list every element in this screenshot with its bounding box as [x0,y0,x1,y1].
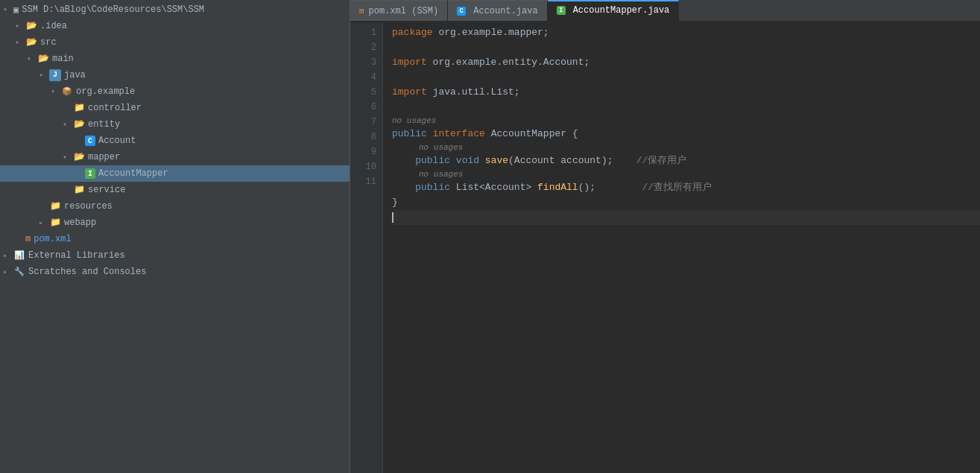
arrow-main [27,54,37,63]
lib-icon-extlibs [13,250,25,261]
folder-icon-entity [73,118,85,130]
tree-label-src: src [40,37,57,48]
code-line-4 [392,70,980,85]
tree-label-service: service [88,185,125,195]
folder-icon-service [73,184,85,196]
tab-pom-icon: m [359,7,364,16]
tree-item-java[interactable]: J java [0,67,350,83]
tree-item-accountmapper[interactable]: I AccountMapper [0,165,350,182]
tree-label-java: java [64,70,86,80]
arrow-scratches [3,267,13,276]
tree-label-entity: entity [88,119,120,130]
arrow-extlibs [3,251,13,260]
code-line-9: public List<Account> findAll(); //查找所有用户 [392,180,980,195]
folder-icon-resources [49,200,61,212]
tab-account-icon: C [457,7,466,16]
tab-bar: m pom.xml (SSM) C Account.java I Account… [350,0,980,22]
tree-item-resources[interactable]: resources [0,198,350,215]
arrow-entity [63,120,73,129]
tree-item-orgexample[interactable]: org.example [0,83,350,100]
interface-icon-accountmapper: I [85,168,95,179]
tree-item-extlibs[interactable]: External Libraries [0,247,350,264]
no-usages-hint-7: no usages [392,115,980,127]
tree-label-idea: .idea [40,21,67,31]
folder-icon-idea [25,20,37,32]
tree-item-controller[interactable]: controller [0,100,350,116]
tab-accountmapper[interactable]: I AccountMapper.java [548,0,680,21]
code-line-11 [392,210,980,225]
java-src-icon: J [49,69,61,81]
tree-item-scratches[interactable]: Scratches and Consoles [0,264,350,280]
tree-item-mapper[interactable]: mapper [0,149,350,165]
tree-label-main: main [52,54,74,64]
tree-item-webapp[interactable]: webapp [0,215,350,231]
code-line-5: import java.util.List; [392,85,980,100]
tree-item-service[interactable]: service [0,182,350,198]
no-usages-hint-findall: no usages [392,168,980,180]
project-icon: ▣ [13,4,19,16]
code-editor[interactable]: 1 2 3 4 5 6 7 8 9 10 11 package org.exam… [350,22,980,473]
code-line-1: package org.example.mapper; [392,25,980,40]
tree-item-ssm[interactable]: ▣ SSM D:\aBlog\CodeResources\SSM\SSM [0,1,350,18]
code-line-10: } [392,195,980,210]
project-tree[interactable]: ▣ SSM D:\aBlog\CodeResources\SSM\SSM .id… [0,0,350,473]
arrow-ssm [3,5,13,14]
tab-pom[interactable]: m pom.xml (SSM) [350,0,448,21]
folder-icon-mapper [73,151,85,163]
code-line-8: public void save(Account account); //保存用… [392,153,980,168]
tree-label-ssm: SSM D:\aBlog\CodeResources\SSM\SSM [22,4,204,15]
tree-label-pom: pom.xml [34,234,71,244]
package-icon-orgexample [61,86,73,98]
code-line-6 [392,100,980,115]
xml-icon-pom: m [25,234,31,244]
folder-icon-controller [73,102,85,114]
tree-item-idea[interactable]: .idea [0,18,350,34]
tree-label-webapp: webapp [64,218,96,228]
class-icon-account: C [85,136,95,146]
line-numbers: 1 2 3 4 5 6 7 8 9 10 11 [350,22,383,473]
code-line-3: import org.example.entity.Account; [392,55,980,70]
tree-item-entity[interactable]: entity [0,116,350,133]
scratch-icon [13,266,25,278]
tab-account-label: Account.java [473,6,537,16]
arrow-idea [15,22,25,31]
tree-label-accountmapper: AccountMapper [98,168,168,179]
editor-area: m pom.xml (SSM) C Account.java I Account… [350,0,980,473]
tab-accountmapper-label: AccountMapper.java [573,5,670,16]
folder-icon-main [37,53,49,65]
tab-pom-label: pom.xml (SSM) [369,6,439,16]
code-line-7: public interface AccountMapper { [392,127,980,142]
tree-item-src[interactable]: src [0,34,350,51]
text-cursor [392,212,393,223]
arrow-mapper [63,153,73,162]
folder-icon-src [25,36,37,48]
tree-label-controller: controller [88,103,142,113]
tree-label-extlibs: External Libraries [28,250,125,261]
tab-accountmapper-icon: I [557,6,566,15]
tree-label-mapper: mapper [88,152,120,162]
tree-item-main[interactable]: main [0,51,350,67]
tree-item-account[interactable]: C Account [0,133,350,149]
tree-label-account: Account [98,136,136,146]
tree-label-resources: resources [64,201,113,212]
no-usages-hint-save: no usages [392,142,980,153]
arrow-orgexample [51,87,61,96]
tree-label-orgexample: org.example [76,86,135,97]
code-line-2 [392,40,980,55]
code-block-3: import org.example.entity.Account; [392,55,980,70]
tree-label-scratches: Scratches and Consoles [28,267,146,277]
folder-icon-webapp [49,217,61,229]
arrow-webapp [39,218,49,227]
arrow-java [39,71,49,80]
tab-account[interactable]: C Account.java [448,0,547,21]
main-layout: ▣ SSM D:\aBlog\CodeResources\SSM\SSM .id… [0,0,980,473]
code-content: package org.example.mapper; import org.e… [383,22,980,473]
tree-item-pomxml[interactable]: m pom.xml [0,231,350,247]
arrow-src [15,38,25,47]
